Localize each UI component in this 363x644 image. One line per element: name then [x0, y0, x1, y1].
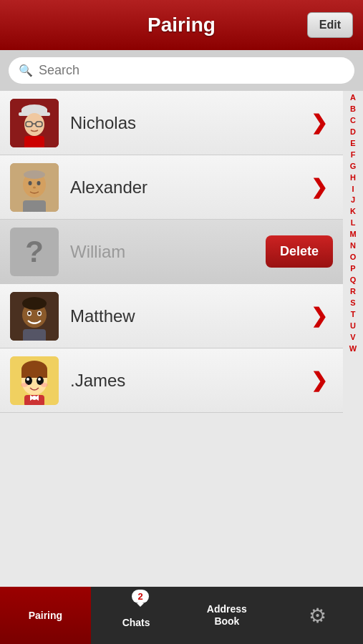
alpha-K[interactable]: K	[350, 206, 356, 218]
contact-name: Alexander	[70, 177, 311, 197]
tab-bar: Pairing 2 Chats AddressBook ⚙	[0, 587, 363, 644]
content-area: Nicholas ❯	[0, 91, 363, 586]
svg-rect-27	[21, 369, 47, 378]
contact-name: Nicholas	[70, 113, 311, 133]
svg-point-12	[29, 181, 32, 185]
alpha-U[interactable]: U	[350, 321, 356, 332]
avatar	[10, 99, 59, 147]
tab-pairing-label: Pairing	[29, 610, 62, 622]
avatar	[10, 163, 59, 212]
alpha-Q[interactable]: Q	[350, 275, 357, 286]
tab-chats[interactable]: 2 Chats	[91, 587, 182, 644]
tab-chats-label: Chats	[122, 617, 150, 629]
app-header: Pairing Edit	[0, 0, 363, 50]
svg-point-32	[21, 383, 28, 387]
alpha-D[interactable]: D	[350, 127, 356, 138]
alpha-S[interactable]: S	[350, 298, 355, 309]
page-title: Pairing	[147, 14, 216, 36]
alpha-O[interactable]: O	[350, 252, 357, 263]
svg-rect-15	[23, 200, 46, 212]
svg-point-22	[38, 312, 41, 315]
list-item[interactable]: .James ❯	[0, 348, 343, 413]
chevron-right-icon: ❯	[311, 369, 327, 392]
tab-address-book[interactable]: AddressBook	[182, 587, 273, 644]
svg-point-18	[22, 297, 47, 310]
svg-point-13	[37, 181, 41, 185]
alpha-B[interactable]: B	[350, 104, 356, 115]
tab-address-book-label: AddressBook	[207, 603, 247, 628]
svg-point-30	[26, 378, 29, 381]
chevron-right-icon: ❯	[311, 175, 327, 199]
alpha-V[interactable]: V	[350, 332, 355, 343]
alpha-G[interactable]: G	[350, 161, 357, 172]
alpha-T[interactable]: T	[351, 309, 356, 321]
alpha-L[interactable]: L	[351, 218, 356, 229]
alpha-E[interactable]: E	[350, 138, 355, 150]
chat-badge: 2	[132, 590, 149, 603]
contact-name: Matthew	[70, 306, 311, 326]
alpha-N[interactable]: N	[350, 240, 356, 252]
alpha-J[interactable]: J	[351, 195, 355, 206]
svg-point-11	[24, 170, 45, 179]
svg-point-33	[41, 383, 48, 387]
avatar: ?	[10, 228, 59, 276]
alpha-M[interactable]: M	[349, 229, 356, 240]
tab-settings[interactable]: ⚙	[272, 587, 363, 644]
alpha-A[interactable]: A	[350, 92, 356, 104]
svg-rect-23	[23, 329, 46, 341]
svg-point-4	[24, 113, 44, 136]
edit-button[interactable]: Edit	[307, 12, 353, 38]
search-icon: 🔍	[19, 64, 33, 77]
alpha-H[interactable]: H	[350, 172, 356, 184]
search-bar: 🔍	[9, 57, 354, 84]
svg-point-37	[32, 396, 37, 400]
search-container: 🔍	[0, 50, 363, 91]
list-item[interactable]: Matthew ❯	[0, 284, 343, 348]
search-input[interactable]	[39, 63, 344, 78]
list-item[interactable]: Nicholas ❯	[0, 91, 343, 155]
svg-rect-8	[24, 136, 44, 147]
alpha-W[interactable]: W	[349, 343, 357, 355]
svg-point-14	[33, 186, 36, 188]
chevron-right-icon: ❯	[311, 111, 327, 135]
delete-button[interactable]: Delete	[266, 235, 333, 268]
list-item[interactable]: ? William Delete	[0, 220, 343, 284]
alpha-C[interactable]: C	[350, 115, 356, 127]
svg-point-21	[28, 312, 31, 315]
contact-name: .James	[70, 371, 311, 391]
gear-icon: ⚙	[309, 604, 326, 628]
chevron-right-icon: ❯	[311, 304, 327, 328]
avatar	[10, 292, 59, 341]
tab-pairing[interactable]: Pairing	[0, 587, 91, 644]
contact-list: Nicholas ❯	[0, 91, 343, 586]
alphabet-sidebar: A B C D E F G H I J K L M N O P Q R S T …	[343, 91, 363, 586]
avatar	[10, 356, 59, 405]
svg-point-31	[38, 378, 41, 381]
alpha-F[interactable]: F	[351, 150, 356, 161]
list-item[interactable]: Alexander ❯	[0, 155, 343, 220]
contact-name: William	[70, 242, 266, 262]
alpha-P[interactable]: P	[350, 263, 355, 275]
alpha-I[interactable]: I	[352, 184, 354, 195]
alpha-R[interactable]: R	[350, 286, 356, 298]
